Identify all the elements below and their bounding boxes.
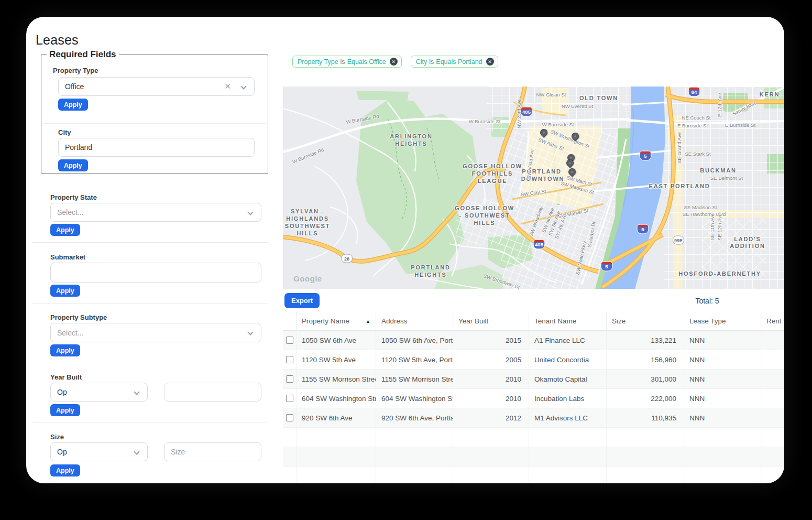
clear-icon[interactable]: ✕ [224,82,231,91]
year-built-apply-button[interactable]: Apply [50,404,80,416]
map-area-label: HILLS [297,230,319,236]
property-type-value: Office [65,82,84,91]
column-header[interactable]: Rent P [761,312,784,331]
row-checkbox[interactable] [286,414,293,421]
chevron-down-icon[interactable] [247,329,253,335]
map-street-label: SE Madison St [684,204,717,210]
column-header[interactable]: Tenant Name [529,312,607,331]
row-checkbox[interactable] [286,395,293,402]
row-checkbox[interactable] [286,356,293,363]
map-area-label: OLD TOWN [579,95,618,101]
leases-table: Property Name▲AddressYear BuiltTenant Na… [283,312,784,483]
map-street-label: E 12th Ave [717,93,722,117]
remove-filter-icon[interactable]: ✕ [390,58,398,66]
row-checkbox-cell [283,350,297,369]
property-subtype-select[interactable]: Select... [50,323,261,342]
cell-year-built [453,467,529,483]
city-label: City [58,128,71,136]
row-checkbox-cell [283,428,297,447]
map-area-label: SOUTHWEST [285,223,330,229]
filter-chips: Property Type is Equals Office ✕ City is… [292,56,498,68]
table-row[interactable]: 604 SW Washington Street604 SW Washingto… [283,389,784,408]
city-input[interactable] [58,138,255,157]
property-subtype-placeholder: Select... [57,329,84,337]
map-area-label: SYLVAN - [291,208,324,214]
remove-filter-icon[interactable]: ✕ [486,58,494,66]
chevron-down-icon[interactable] [247,209,253,215]
chip-field: City [416,58,427,66]
property-state-select[interactable]: Select... [50,203,261,222]
map-street-label: SE Grand Ave [676,132,682,164]
cell-address: 604 SW Washington Street [376,389,453,408]
map-street-label: SE 12th Ave [717,213,722,241]
chevron-down-icon[interactable] [134,449,139,454]
google-watermark: Google [293,274,322,283]
map-street-label: NW Everett St [562,103,593,109]
cell-lease-type [684,428,761,447]
column-header[interactable]: Year Built [453,312,529,331]
chip-value: Equals Office [347,58,386,66]
column-header[interactable]: Address [376,312,453,331]
map-area-label: PORTLAND [411,264,451,270]
row-checkbox[interactable] [286,337,293,344]
city-apply-button[interactable]: Apply [58,159,88,171]
property-state-apply-button[interactable]: Apply [50,224,80,236]
map[interactable]: OLD TOWNARLINGTONHEIGHTSGOOSE HOLLOWFOOT… [283,86,784,289]
sort-asc-icon[interactable]: ▲ [363,319,370,324]
cell-lease-type: NNN [684,370,761,388]
divider [43,123,266,124]
table-row[interactable]: 1155 SW Morrison Street1155 SW Morrison … [283,370,784,389]
property-subtype-apply-button[interactable]: Apply [50,344,80,356]
year-built-op-select[interactable]: Op [50,383,148,402]
cell-size: 156,960 [607,350,684,369]
column-header[interactable]: Size [607,312,684,331]
cell-lease-type: NNN [684,331,761,350]
cell-rent [761,447,784,466]
export-button[interactable]: Export [284,293,320,308]
cell-tenant-name [529,428,607,447]
cell-property-name [297,447,376,466]
map-street-label: E Burnside St [677,123,708,128]
map-area-label: KERN [760,91,780,98]
map-street-label: W Burnside St [469,118,501,124]
year-built-value-input[interactable] [164,383,261,402]
property-type-apply-button[interactable]: Apply [58,99,88,111]
size-apply-button[interactable]: Apply [50,464,80,476]
map-street-label: SE Stark St [685,151,710,157]
table-row-empty [283,467,784,483]
cell-address [376,467,453,483]
route-shield-405: 405 [521,107,533,117]
cell-size [607,447,684,466]
submarket-apply-button[interactable]: Apply [50,285,80,297]
property-type-select[interactable]: Office ✕ [58,77,255,96]
cell-lease-type: NNN [684,389,761,408]
column-header[interactable]: Lease Type [684,312,761,331]
chevron-down-icon[interactable] [240,83,246,89]
cell-year-built [453,447,529,466]
route-shield-99E: 99E [673,236,684,245]
cell-address: 1050 SW 6th Ave, Portland [376,331,453,350]
cell-year-built: 2005 [453,350,529,369]
cell-rent [761,350,784,369]
table-row[interactable]: 1050 SW 6th Ave1050 SW 6th Ave, Portland… [283,331,784,350]
row-checkbox-cell [283,408,297,427]
year-built-label: Year Built [50,373,82,381]
submarket-input[interactable] [50,263,261,283]
size-op-select[interactable]: Op [50,442,148,461]
main-card: Leases Required Fields Property Type Off… [26,17,784,483]
column-header[interactable]: Property Name▲ [297,312,376,331]
cell-rent [761,370,784,388]
page-title: Leases [36,32,79,48]
cell-size: 301,000 [607,370,684,388]
table-row[interactable]: 1120 SW 5th Ave1120 SW 5th Ave, Portland… [283,350,784,370]
map-street-label: NW Glisan St [536,92,566,98]
row-checkbox-cell [283,331,297,350]
chevron-down-icon[interactable] [134,389,139,395]
row-checkbox[interactable] [286,375,293,383]
table-row[interactable]: 920 SW 6th Ave920 SW 6th Ave, Portland20… [283,408,784,428]
cell-lease-type [684,447,761,466]
map-area-label: ADDITION [730,243,765,249]
size-value-input[interactable] [164,442,261,461]
row-checkbox-cell [283,467,297,483]
cell-size: 222,000 [607,389,684,408]
